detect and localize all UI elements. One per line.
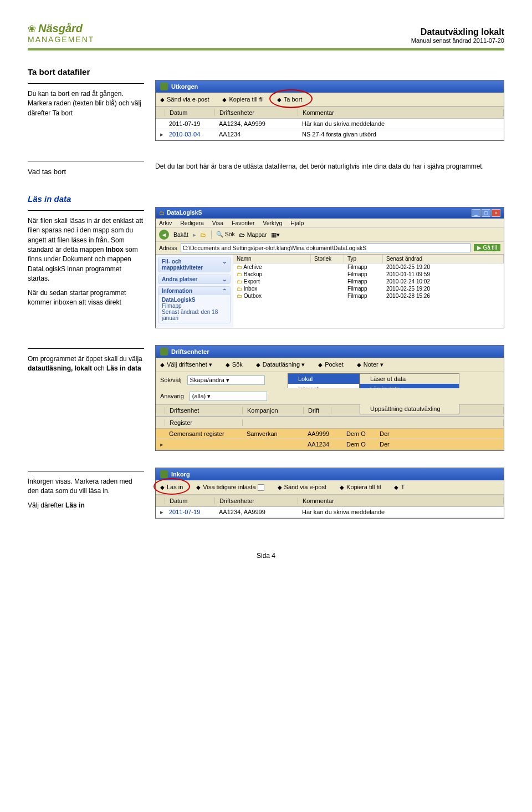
cell-date: 2011-07-19 (165, 120, 214, 127)
pocket-button[interactable]: ◆Pocket (318, 361, 344, 368)
list-item[interactable]: 🗀 ArchiveFilmapp2010-02-25 19:20 (233, 263, 504, 271)
divider (28, 210, 144, 211)
doc-title: Datautväxling lokalt (411, 27, 504, 37)
views-icon[interactable]: ▦▾ (271, 231, 280, 238)
collapse-icon[interactable]: ⌃ (222, 288, 227, 294)
table-row[interactable]: ▸ 2011-07-19 AA1234, AA9999 Här kan du s… (156, 507, 504, 518)
panel-other-places[interactable]: Andra platser (162, 276, 197, 282)
copy-to-file-button[interactable]: ◆Kopiera till fil (340, 484, 381, 490)
menu-verktyg[interactable]: Verktyg (263, 220, 282, 226)
las-in-data-title: Läs in data (28, 194, 504, 204)
menu-arkiv[interactable]: Arkiv (159, 220, 172, 226)
cell-date: 2010-03-04 (165, 131, 214, 138)
table-row[interactable]: 2011-07-19 AA1234, AA9999 Här kan du skr… (156, 119, 504, 129)
menu-hjalp[interactable]: Hjälp (290, 220, 304, 226)
menu-favoriter[interactable]: Favoriter (232, 220, 254, 226)
datautlasning-button[interactable]: ◆Datautläsning ▾ (256, 361, 305, 368)
las-in-button[interactable]: ◆Läs in (160, 484, 183, 490)
inkorg-title: Inkorg (171, 471, 190, 478)
up-icon[interactable]: 🗁 (201, 231, 207, 238)
forward-button[interactable]: ▸ (193, 231, 196, 238)
col-driftsenhet[interactable]: Driftsenhet (165, 407, 243, 414)
panel-file-tasks[interactable]: Fil- och mappaktiviteter (162, 258, 222, 271)
folder-icon: 🗀 (237, 293, 242, 299)
sokvalj-select[interactable]: Skapa/ändra ▾ (187, 375, 265, 385)
collapse-icon[interactable]: ⌄ (222, 258, 227, 271)
las-in-para1: När filen skall läsas in är det enklast … (28, 216, 144, 284)
dropdown-item-lokal[interactable]: Lokal (288, 374, 359, 384)
copy-to-file-button[interactable]: ◆Kopiera till fil (222, 96, 263, 103)
submenu-uppsattning[interactable]: Uppsättning datautväxling (360, 404, 459, 414)
las-in-para2: När du sedan startar programmet kommer i… (28, 288, 144, 308)
list-item[interactable]: 🗀 ExportFilmapp2010-02-24 10:02 (233, 278, 504, 285)
menu-redigera[interactable]: Redigera (180, 220, 204, 226)
row-marker-icon: ▸ (156, 441, 165, 448)
col-kommentar[interactable]: Kommentar (298, 109, 504, 116)
cell-komm: Här kan du skriva meddelande (298, 120, 504, 127)
explorer-window: 🗀 DataLogiskS _ □ × Arkiv Redigera Visa … (155, 207, 504, 328)
table-row[interactable]: ▸ AA1234 Dem O Der (156, 439, 504, 450)
table-row[interactable]: Gemensamt register Samverkan AA9999 Dem … (156, 429, 504, 439)
ansvarig-select[interactable]: (alla) ▾ (190, 392, 267, 401)
col-date[interactable]: Senast ändrad (383, 255, 504, 263)
logo-text-bottom: MANAGEMENT (28, 35, 94, 44)
leaf-icon (160, 470, 168, 478)
col-register[interactable]: Register (165, 419, 243, 426)
back-button[interactable]: ◄ (159, 230, 169, 240)
om-programmet-text: Om programmet är öppet skall du välja da… (28, 354, 144, 374)
page-header: ❀ Näsgård MANAGEMENT Datautväxling lokal… (28, 22, 504, 50)
col-driftsenheter[interactable]: Driftsenheter (215, 109, 298, 116)
info-type: Filmapp (162, 303, 182, 309)
col-name[interactable]: Namn (233, 255, 311, 263)
row-marker-icon: ▸ (156, 509, 165, 516)
minimize-button[interactable]: _ (472, 209, 480, 217)
col-type[interactable]: Typ (344, 255, 383, 263)
submenu-laser-ut[interactable]: Läser ut data (360, 374, 459, 384)
send-email-button[interactable]: ◆Sänd via e-post (278, 484, 326, 490)
collapse-icon[interactable]: ⌄ (222, 276, 227, 282)
col-size[interactable]: Storlek (311, 255, 344, 263)
explorer-sidebar: Fil- och mappaktiviteter⌄ Andra platser⌄… (156, 255, 233, 328)
go-button[interactable]: ▶ Gå till (474, 244, 500, 251)
maximize-button[interactable]: □ (482, 209, 490, 217)
doc-date: Manual senast ändrad 2011-07-20 (411, 37, 504, 44)
send-email-button[interactable]: ◆Sänd via e-post (160, 96, 209, 103)
folder-icon: 🗀 (237, 278, 242, 285)
ta-bort-button[interactable]: ◆Ta bort (277, 96, 303, 103)
sok-button[interactable]: ◆Sök (226, 361, 243, 368)
close-button[interactable]: × (492, 209, 500, 217)
driftsenheter-window: Driftsenheter ◆Välj driftsenhet ▾ ◆Sök ◆… (155, 345, 504, 451)
sokvalj-label: Sök/välj (160, 377, 182, 383)
leaf-icon (160, 348, 168, 356)
col-kommentar[interactable]: Kommentar (298, 498, 504, 504)
list-item[interactable]: 🗀 InboxFilmapp2010-02-25 19:20 (233, 285, 504, 292)
utkorgen-title: Utkorgen (171, 83, 198, 90)
panel-information[interactable]: Information (162, 288, 192, 294)
col-datum[interactable]: Datum (165, 109, 215, 116)
address-input[interactable] (181, 243, 470, 252)
vad-tas-bort-text: Det du tar bort här är bara de utlästa d… (155, 163, 484, 170)
col-datum[interactable]: Datum (165, 498, 215, 504)
toolbar-more[interactable]: ◆T (394, 484, 405, 490)
table-row[interactable]: ▸ 2010-03-04 AA1234 NS 27-4 första givan… (156, 129, 504, 140)
divider (28, 348, 144, 349)
search-button[interactable]: 🔍 Sök (216, 231, 235, 238)
folder-icon: 🗀 (237, 264, 242, 270)
folder-icon: 🗀 (237, 286, 242, 292)
explorer-title: DataLogiskS (167, 209, 202, 216)
back-label[interactable]: Bakåt (173, 231, 188, 238)
row-marker-icon: ▸ (156, 131, 165, 138)
folders-button[interactable]: 🗁 Mappar (239, 231, 267, 238)
noter-button[interactable]: ◆Noter ▾ (357, 361, 383, 368)
valj-driftsenhet-button[interactable]: ◆Välj driftsenhet ▾ (160, 361, 212, 368)
col-kompanjon[interactable]: Kompanjon (243, 407, 304, 414)
visa-tidigare-button[interactable]: ◆Visa tidigare inlästa (196, 484, 264, 491)
inkorgen-text1: Inkorgen visas. Markera raden med den da… (28, 477, 144, 496)
menu-visa[interactable]: Visa (212, 220, 223, 226)
list-item[interactable]: 🗀 BackupFilmapp2010-01-11 09:59 (233, 271, 504, 278)
list-item[interactable]: 🗀 OutboxFilmapp2010-02-28 15:26 (233, 292, 504, 300)
cell-komm: Här kan du skriva meddelande (298, 509, 504, 516)
col-drift[interactable]: Drift (304, 407, 331, 414)
inkorgen-text2: Välj därefter Läs in (28, 501, 144, 510)
col-driftsenheter[interactable]: Driftsenheter (215, 498, 298, 504)
